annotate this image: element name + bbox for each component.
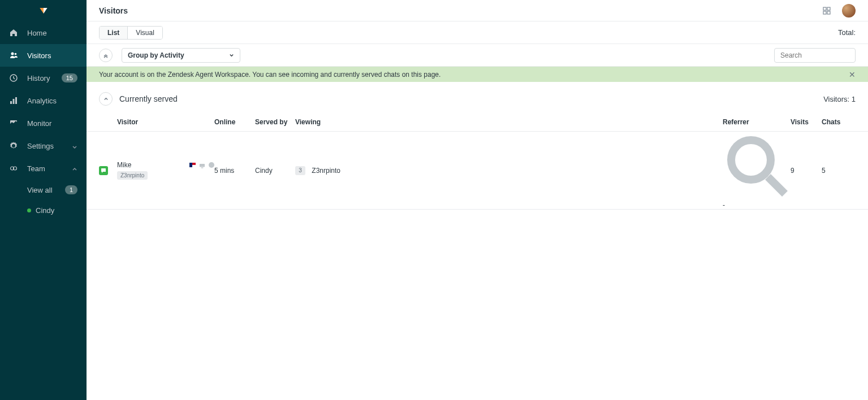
sidebar-item-label: Visitors [27,51,77,60]
sidebar-item-label: Monitor [27,119,77,128]
total-label: Total: [838,28,856,37]
section-count: Visitors: 1 [823,95,856,103]
team-count-badge: 1 [65,185,77,194]
sidebar-item-home[interactable]: Home [0,21,87,44]
apps-icon[interactable] [823,7,831,15]
collapse-all-button[interactable] [99,49,113,62]
svg-point-15 [731,140,771,180]
view-toggle: List Visual [99,26,163,40]
table-header: Visitor Online Served by Viewing Referre… [87,112,868,132]
sidebar-item-settings[interactable]: Settings [0,134,87,157]
collapse-icon [103,53,109,58]
team-icon [9,164,18,173]
home-icon [9,28,18,37]
col-visitor: Visitor [117,118,214,126]
team-member-name: Cindy [36,206,54,215]
chevron-down-icon [72,143,77,149]
nav: Home Visitors History 15 Analytics Monit… [0,21,87,180]
svg-rect-13 [200,164,205,167]
visitors-icon [9,51,18,60]
filter-bar: Group by Activity [87,44,868,67]
cell-served-by: Cindy [255,167,295,175]
browser-icon [209,162,214,168]
visitor-name: Mike [117,161,131,169]
svg-rect-14 [201,168,204,168]
history-icon [9,73,18,82]
svg-point-1 [15,53,17,55]
section-collapse-button[interactable] [99,92,113,106]
visitors-table: Visitor Online Served by Viewing Referre… [87,112,868,210]
cell-visits: 9 [791,167,822,175]
svg-rect-4 [13,99,15,104]
main: Visitors List Visual Total: Group by Act… [87,0,868,400]
chevron-down-icon [229,53,234,58]
monitor-icon [9,119,18,128]
chat-status-icon [99,166,108,175]
svg-point-0 [11,53,14,55]
table-row[interactable]: Mike Z3nrpinto 5 mins Cindy 3 Z3nrpinto [87,132,868,210]
svg-rect-3 [10,101,12,104]
sidebar-item-label: View all [27,186,53,194]
sidebar-item-label: History [27,74,62,82]
cell-chats: 5 [822,167,856,175]
zendesk-chat-logo-icon [38,5,49,16]
cell-viewing-page: Z3nrpinto [312,166,340,174]
gear-icon [9,141,18,150]
sidebar-item-visitors[interactable]: Visitors [0,44,87,67]
viewing-count-badge: 3 [295,166,305,175]
tab-visual[interactable]: Visual [128,27,162,39]
svg-rect-12 [827,11,830,14]
close-icon[interactable]: ✕ [849,70,856,79]
svg-rect-10 [827,7,830,10]
avatar[interactable] [842,4,856,18]
sidebar-item-label: Home [27,29,77,37]
page-title: Visitors [99,6,128,15]
cell-referrer: - [723,201,725,209]
visitor-tag: Z3nrpinto [117,171,148,180]
col-chats: Chats [822,118,856,126]
col-viewing: Viewing [295,118,723,126]
sidebar-item-monitor[interactable]: Monitor [0,112,87,134]
search-input[interactable] [774,48,856,63]
group-by-dropdown[interactable]: Group by Activity [122,48,240,63]
section-header: Currently served Visitors: 1 [87,82,868,112]
history-badge: 15 [62,73,77,82]
flag-icon [189,163,196,167]
status-online-icon [27,208,31,212]
sidebar: Home Visitors History 15 Analytics Monit… [0,0,87,400]
chevron-up-icon [103,97,109,102]
analytics-icon [9,96,18,105]
toolbar: List Visual Total: [87,21,868,44]
group-by-label: Group by Activity [128,51,184,59]
sidebar-item-history[interactable]: History 15 [0,67,87,89]
logo[interactable] [0,0,87,21]
sidebar-item-team[interactable]: Team [0,157,87,180]
col-referrer: Referrer [723,118,791,126]
sidebar-item-label: Settings [27,142,72,150]
section-title: Currently served [119,94,178,103]
team-view-all[interactable]: View all 1 [0,180,87,200]
col-served-by: Served by [255,118,295,126]
team-submenu: View all 1 Cindy [0,180,87,220]
desktop-icon [199,163,205,168]
cell-online: 5 mins [214,167,255,175]
chevron-up-icon [72,166,77,171]
sidebar-item-label: Team [27,164,72,173]
svg-rect-9 [823,7,826,10]
sidebar-item-label: Analytics [27,97,77,105]
team-member-cindy[interactable]: Cindy [0,200,87,220]
tab-list[interactable]: List [100,27,128,39]
svg-rect-11 [823,11,826,14]
sidebar-item-analytics[interactable]: Analytics [0,89,87,112]
header: Visitors [87,0,868,21]
search-icon [723,193,791,201]
col-online: Online [214,118,255,126]
col-visits: Visits [791,118,822,126]
svg-rect-5 [15,97,17,104]
notice-text: Your account is on the Zendesk Agent Wor… [99,71,441,79]
notice-banner: Your account is on the Zendesk Agent Wor… [87,67,868,82]
